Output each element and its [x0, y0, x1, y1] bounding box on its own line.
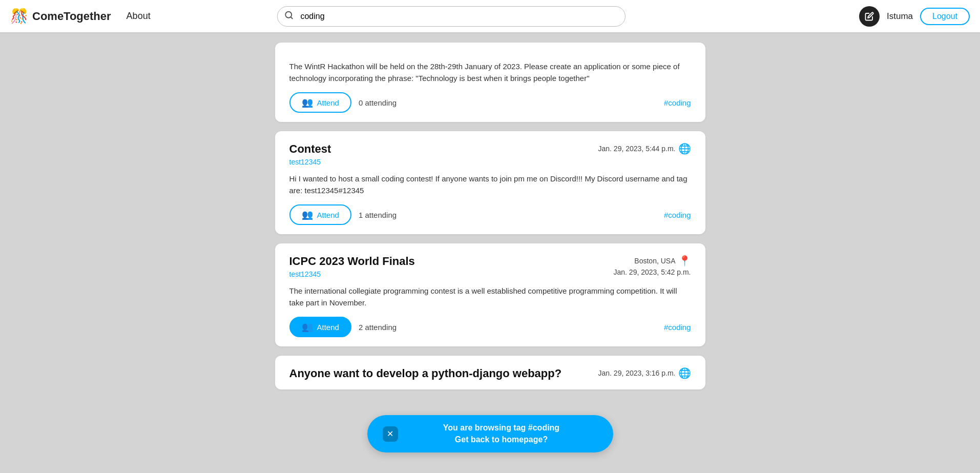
banner-close-button[interactable]: ✕ — [383, 426, 398, 442]
card-title-section: Contest test12345 — [289, 142, 331, 166]
card-bottom: 👥 Attend 2 attending #coding — [289, 317, 691, 337]
event-card: ICPC 2023 World Finals test12345 Boston,… — [275, 243, 705, 346]
event-author[interactable]: test12345 — [289, 270, 415, 278]
svg-line-1 — [291, 16, 293, 18]
attend-label: Attend — [317, 211, 339, 219]
card-top: Anyone want to develop a python-django w… — [289, 367, 691, 382]
card-bottom: 👥 Attend 1 attending #coding — [289, 204, 691, 225]
attend-section: 👥 Attend 0 attending — [289, 92, 397, 113]
attend-label: Attend — [317, 98, 339, 107]
tag-link[interactable]: #coding — [664, 211, 691, 219]
tag-link[interactable]: #coding — [664, 323, 691, 332]
username: Istuma — [887, 11, 913, 22]
event-location-row: Boston, USA 📍 — [634, 255, 691, 267]
event-card: The WintR Hackathon will be held on the … — [275, 43, 705, 122]
banner-text: You are browsing tag #coding Get back to… — [405, 422, 598, 445]
nav-about[interactable]: About — [121, 9, 156, 24]
attending-count: 0 attending — [359, 98, 397, 107]
event-datetime: Jan. 29, 2023, 5:42 p.m. — [614, 268, 691, 276]
event-location: Boston, USA — [634, 257, 675, 265]
event-meta: Jan. 29, 2023, 3:16 p.m. 🌐 — [598, 367, 691, 379]
tag-link[interactable]: #coding — [664, 98, 691, 107]
banner-line1: You are browsing tag #coding — [443, 423, 559, 432]
card-top: ICPC 2023 World Finals test12345 Boston,… — [289, 255, 691, 278]
search-bar — [277, 6, 625, 27]
event-datetime-row: Jan. 29, 2023, 5:44 p.m. 🌐 — [598, 142, 691, 155]
logo[interactable]: 🎊 ComeTogether — [10, 8, 111, 25]
close-icon: ✕ — [387, 429, 393, 439]
attend-icon: 👥 — [302, 321, 313, 333]
globe-icon: 🌐 — [678, 367, 691, 379]
attend-button[interactable]: 👥 Attend — [289, 317, 351, 337]
event-author[interactable]: test12345 — [289, 158, 331, 166]
event-title: ICPC 2023 World Finals — [289, 255, 415, 268]
search-input[interactable] — [277, 6, 625, 27]
attend-label: Attend — [317, 323, 339, 332]
event-card: Contest test12345 Jan. 29, 2023, 5:44 p.… — [275, 131, 705, 234]
banner-line2: Get back to homepage? — [455, 435, 548, 444]
header-right: Istuma Logout — [859, 6, 970, 27]
event-description: The international collegiate programming… — [289, 285, 691, 309]
logo-text: ComeTogether — [32, 10, 111, 23]
event-description: Hi I wanted to host a small coding conte… — [289, 173, 691, 196]
attend-section: 👥 Attend 1 attending — [289, 204, 397, 225]
tag-browse-banner: ✕ You are browsing tag #coding Get back … — [367, 415, 613, 453]
main-content: The WintR Hackathon will be held on the … — [270, 32, 711, 450]
globe-icon: 🌐 — [678, 142, 691, 155]
attending-count: 1 attending — [359, 211, 397, 219]
search-icon — [284, 10, 294, 22]
attend-icon: 👥 — [302, 209, 313, 220]
logout-button[interactable]: Logout — [920, 8, 970, 25]
event-card: Anyone want to develop a python-django w… — [275, 356, 705, 389]
event-datetime: Jan. 29, 2023, 3:16 p.m. — [598, 369, 676, 377]
card-top: Contest test12345 Jan. 29, 2023, 5:44 p.… — [289, 142, 691, 166]
logo-icon: 🎊 — [10, 8, 28, 25]
attend-icon: 👥 — [302, 97, 313, 108]
event-meta: Boston, USA 📍 Jan. 29, 2023, 5:42 p.m. — [614, 255, 691, 276]
card-title-section: ICPC 2023 World Finals test12345 — [289, 255, 415, 278]
location-pin-icon: 📍 — [678, 255, 691, 267]
attend-button[interactable]: 👥 Attend — [289, 204, 351, 225]
attend-button[interactable]: 👥 Attend — [289, 92, 351, 113]
attending-count: 2 attending — [359, 323, 397, 332]
event-title: Contest — [289, 142, 331, 156]
event-meta: Jan. 29, 2023, 5:44 p.m. 🌐 — [598, 142, 691, 155]
event-description: The WintR Hackathon will be held on the … — [289, 61, 691, 84]
card-bottom: 👥 Attend 0 attending #coding — [289, 92, 691, 113]
event-title: Anyone want to develop a python-django w… — [289, 367, 562, 380]
card-title-section: Anyone want to develop a python-django w… — [289, 367, 562, 382]
attend-section: 👥 Attend 2 attending — [289, 317, 397, 337]
header: 🎊 ComeTogether About Istuma Logout — [0, 0, 980, 32]
edit-button[interactable] — [859, 6, 880, 27]
event-datetime: Jan. 29, 2023, 5:44 p.m. — [598, 145, 676, 153]
event-datetime-row: Jan. 29, 2023, 5:42 p.m. — [614, 268, 691, 276]
event-datetime-row: Jan. 29, 2023, 3:16 p.m. 🌐 — [598, 367, 691, 379]
